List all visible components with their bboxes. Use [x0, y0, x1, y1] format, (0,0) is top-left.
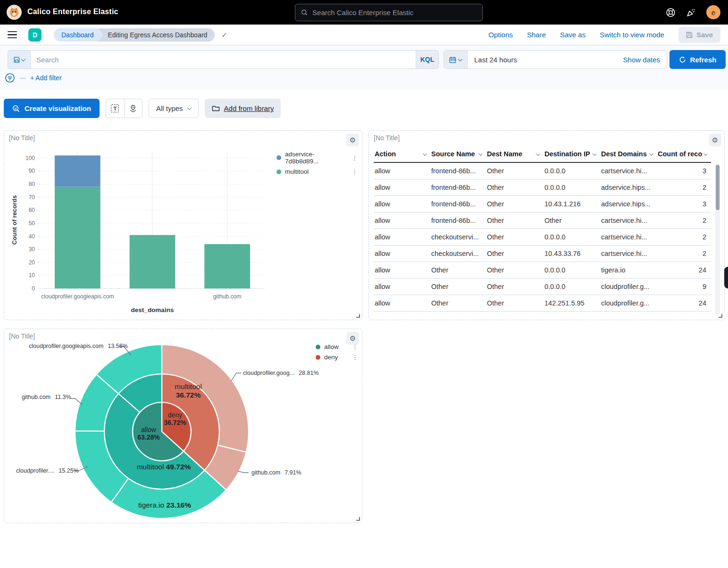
panel-resize-handle[interactable] — [356, 314, 360, 318]
table-row[interactable]: allowfrontend-86b...Other0.0.0.0cartserv… — [374, 162, 711, 179]
table-scrollbar[interactable] — [715, 164, 720, 315]
column-header[interactable]: Destination IP — [544, 146, 600, 162]
column-header[interactable]: Count of reco — [657, 146, 711, 162]
panel-title: [No Title] — [9, 134, 35, 142]
table-cell: cartservice.hi... — [600, 212, 657, 229]
kql-language-button[interactable]: KQL — [416, 50, 439, 69]
y-tick-label: 50 — [29, 220, 35, 227]
calico-logo[interactable] — [7, 5, 22, 20]
saved-query-menu-button[interactable] — [8, 50, 30, 69]
table-row[interactable]: allowcheckoutservi...Other10.43.33.76car… — [374, 246, 711, 262]
space-badge[interactable]: D — [28, 28, 42, 42]
slice-label: tigera.io 23.16% — [138, 501, 191, 509]
help-icon[interactable] — [666, 8, 676, 17]
check-icon[interactable]: ✓ — [221, 31, 227, 39]
column-header[interactable]: Dest Name — [486, 146, 544, 162]
add-map-button[interactable] — [124, 99, 142, 118]
legend-actions-icon[interactable]: ⋮ — [351, 154, 358, 161]
kibana-dashboard-app: Calico Enterprise Elastic — [0, 0, 728, 568]
table-cell: 20 — [657, 312, 711, 317]
table-cell: allow — [374, 246, 430, 262]
switch-view-mode-link[interactable]: Switch to view mode — [600, 31, 664, 39]
scrollbar-thumb[interactable] — [716, 165, 720, 210]
table-row[interactable]: allowfrontend-86b...OtherOthercartservic… — [374, 212, 711, 229]
legend-item[interactable]: deny ⋮ — [316, 354, 358, 361]
refresh-button[interactable]: Refresh — [669, 50, 726, 69]
global-search-input[interactable] — [312, 8, 477, 17]
all-types-dropdown[interactable]: All types — [149, 99, 199, 118]
table-cell: 24 — [657, 295, 711, 312]
legend-item[interactable]: multitool ⋮ — [276, 168, 358, 175]
bar-segment[interactable] — [55, 155, 100, 187]
y-tick-label: 60 — [29, 207, 35, 213]
table-row[interactable]: allowcheckoutservi...Other0.0.0.0cartser… — [374, 229, 711, 246]
column-header[interactable]: Action — [374, 146, 430, 162]
bar-segment[interactable] — [130, 235, 176, 288]
share-link[interactable]: Share — [527, 31, 546, 39]
table-cell: Other — [430, 295, 486, 312]
table-row[interactable]: allowfrontend-86b...Other0.0.0.0adservic… — [374, 179, 711, 196]
table-row[interactable]: allowfrontend-86b...Other10.43.1.216adse… — [374, 196, 711, 212]
save-as-link[interactable]: Save as — [560, 31, 586, 39]
global-search[interactable] — [295, 4, 483, 21]
create-visualization-button[interactable]: Create visualization — [4, 99, 100, 118]
breadcrumb-current: Editing Egress Access Dashboard — [99, 28, 215, 42]
nav-actions: Options Share Save as Switch to view mod… — [488, 27, 720, 43]
table-cell: Other — [486, 295, 544, 312]
nav-bar: D Dashboard Editing Egress Access Dashbo… — [0, 25, 728, 45]
column-header[interactable]: Dest Domains — [600, 146, 657, 162]
bar-segment[interactable] — [204, 244, 250, 288]
legend-item[interactable]: adservice-7d8b8d89... ⋮ — [276, 151, 358, 165]
legend-actions-icon[interactable]: ⋮ — [352, 343, 358, 350]
user-avatar[interactable]: e — [706, 5, 720, 19]
bar-segment[interactable] — [55, 187, 100, 288]
query-input[interactable] — [36, 56, 410, 64]
table-cell: cartservice.hi... — [600, 162, 657, 179]
options-link[interactable]: Options — [488, 31, 513, 39]
table-row[interactable]: allowOtherOther142.251.5.95cloudprofiler… — [374, 295, 711, 312]
panel-title: [No Title] — [374, 134, 400, 142]
table-cell: allow — [374, 179, 430, 196]
table-row[interactable]: allowOtherOtherOthergithub.com20 — [374, 312, 711, 317]
sunburst-legend: allow ⋮ deny ⋮ — [316, 343, 358, 361]
panel-settings-gear-icon[interactable]: ⚙ — [346, 134, 359, 146]
panel-resize-handle[interactable] — [356, 517, 360, 521]
filter-divider — [20, 78, 25, 78]
calendar-menu-button[interactable] — [444, 51, 468, 68]
panel-settings-gear-icon[interactable]: ⚙ — [709, 134, 721, 146]
add-text-button[interactable]: T — [106, 99, 124, 118]
add-filter-link[interactable]: + Add filter — [30, 74, 62, 82]
y-tick-label: 40 — [29, 233, 35, 240]
y-tick-label: 20 — [29, 259, 35, 266]
table-cell: cartservice.hi... — [600, 229, 657, 246]
table-cell: Other — [430, 262, 486, 279]
flyout-handle[interactable] — [724, 267, 728, 288]
table-cell: github.com — [600, 312, 657, 317]
table-cell: Other — [486, 262, 544, 279]
table-cell: 3 — [657, 162, 711, 179]
legend-dot — [276, 170, 281, 174]
table-row[interactable]: allowOtherOther0.0.0.0tigera.io24 — [374, 262, 711, 279]
menu-icon[interactable] — [8, 31, 17, 38]
add-from-library-button[interactable]: Add from library — [205, 99, 281, 118]
legend-actions-icon[interactable]: ⋮ — [351, 168, 358, 175]
table-cell: Other — [486, 179, 544, 196]
show-dates-link[interactable]: Show dates — [623, 56, 667, 64]
time-range-value[interactable]: Last 24 hours — [468, 56, 623, 64]
save-button[interactable]: Save — [678, 27, 720, 43]
legend-actions-icon[interactable]: ⋮ — [352, 354, 358, 361]
table-cell: allow — [374, 295, 430, 312]
table-cell: 10.43.33.76 — [544, 246, 600, 262]
table-row[interactable]: allowOtherOther0.0.0.0cloudprofiler.g...… — [374, 279, 711, 295]
table-cell: Other — [544, 312, 600, 317]
slice-label: deny 36.72% — [164, 411, 186, 426]
table-cell: Other — [486, 212, 544, 229]
table-cell: 9 — [657, 279, 711, 295]
panel-resize-handle[interactable] — [719, 314, 722, 318]
filter-icon[interactable] — [5, 73, 15, 83]
legend-item[interactable]: allow ⋮ — [316, 343, 358, 350]
column-header[interactable]: Source Name — [430, 146, 486, 162]
breadcrumb-dashboard[interactable]: Dashboard — [54, 28, 99, 42]
bar-chart: 0102030405060708090100cloudprofiler.goog… — [10, 146, 276, 315]
announcements-icon[interactable] — [686, 8, 696, 17]
